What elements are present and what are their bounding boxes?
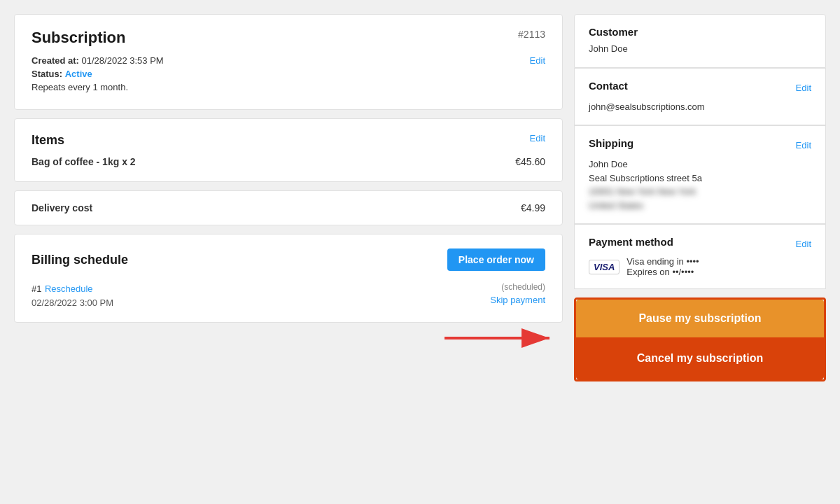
items-card: Items Edit Bag of coffee - 1kg x 2 €45.6…	[14, 118, 563, 182]
reschedule-link[interactable]: Reschedule	[45, 284, 93, 294]
item-name: Bag of coffee - 1kg x 2	[31, 156, 136, 167]
skip-payment-link[interactable]: Skip payment	[490, 295, 545, 305]
status-value: Active	[65, 69, 92, 79]
billing-entry: #1 Reschedule	[31, 282, 113, 295]
shipping-edit-link[interactable]: Edit	[796, 140, 811, 150]
billing-card: Billing schedule Place order now #1 Resc…	[14, 234, 563, 323]
customer-card: Customer John Doe	[574, 14, 826, 68]
shipping-card: Shipping Edit John Doe Seal Subscription…	[574, 125, 826, 224]
item-row: Bag of coffee - 1kg x 2 €45.60	[31, 156, 545, 167]
scheduled-text: (scheduled)	[501, 282, 545, 292]
shipping-name: John Doe	[589, 158, 811, 172]
delivery-label: Delivery cost	[31, 202, 92, 214]
billing-date: 02/28/2022 3:00 PM	[31, 298, 113, 308]
highlight-box: Pause my subscription Cancel my subscrip…	[574, 298, 826, 382]
items-edit-link[interactable]: Edit	[530, 133, 545, 144]
payment-title: Payment method	[589, 236, 673, 248]
billing-title: Billing schedule	[31, 253, 128, 267]
payment-edit-link[interactable]: Edit	[796, 239, 811, 249]
status-row: Status: Active	[31, 69, 164, 79]
right-column: Customer John Doe Contact Edit john@seal…	[574, 14, 826, 382]
subscription-edit-link[interactable]: Edit	[530, 55, 545, 66]
contact-title: Contact	[589, 80, 628, 92]
visa-expires: Expires on ••/••••	[626, 267, 699, 277]
repeats-row: Repeats every 1 month.	[31, 82, 164, 92]
billing-schedule-row: #1 Reschedule 02/28/2022 3:00 PM (schedu…	[31, 282, 545, 308]
contact-edit-link[interactable]: Edit	[796, 83, 811, 93]
shipping-street: Seal Subscriptions street 5a	[589, 172, 811, 186]
delivery-price: €4.99	[521, 202, 545, 214]
items-title: Items	[31, 133, 64, 148]
contact-email: john@sealsubscriptions.com	[589, 100, 811, 114]
shipping-city: 10001 New York New York	[589, 185, 811, 199]
pause-subscription-button[interactable]: Pause my subscription	[576, 300, 824, 337]
item-price: €45.60	[515, 156, 545, 167]
red-arrow-icon	[438, 317, 564, 359]
created-at-row: Created at: 01/28/2022 3:53 PM	[31, 55, 164, 66]
place-order-button[interactable]: Place order now	[447, 248, 545, 271]
contact-card: Contact Edit john@sealsubscriptions.com	[574, 68, 826, 126]
shipping-country: United States	[589, 199, 811, 213]
delivery-card: Delivery cost €4.99	[14, 190, 563, 225]
action-section: Pause my subscription Cancel my subscrip…	[574, 298, 826, 382]
subscription-title: Subscription	[31, 29, 125, 47]
subscription-number: #2113	[518, 29, 545, 40]
subscription-card: Subscription #2113 Created at: 01/28/202…	[14, 14, 563, 110]
visa-row: VISA Visa ending in •••• Expires on ••/•…	[589, 256, 811, 277]
visa-ending: Visa ending in ••••	[626, 256, 699, 267]
customer-name: John Doe	[589, 42, 811, 56]
customer-title: Customer	[589, 26, 811, 38]
payment-card: Payment method Edit VISA Visa ending in …	[574, 224, 826, 289]
visa-badge: VISA	[589, 260, 620, 274]
cancel-subscription-button[interactable]: Cancel my subscription	[576, 337, 824, 379]
shipping-title: Shipping	[589, 137, 634, 149]
